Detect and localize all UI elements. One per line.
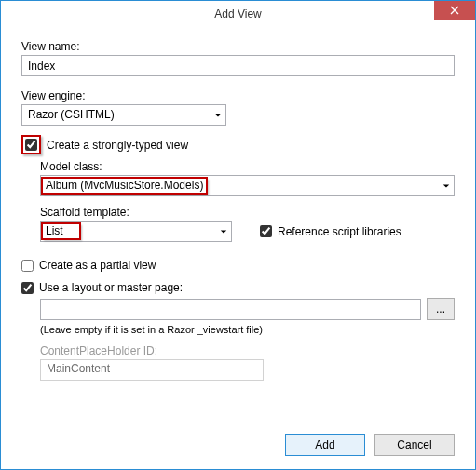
dialog-window: Add View View name: View engine: Razor (… <box>0 0 476 470</box>
reference-scripts-label: Reference script libraries <box>278 225 401 238</box>
reference-scripts-checkbox[interactable] <box>260 225 272 237</box>
view-engine-label: View engine: <box>21 89 455 102</box>
use-layout-checkbox[interactable] <box>21 282 34 294</box>
scaffold-template-select[interactable]: List <box>40 221 232 242</box>
view-engine-select[interactable]: Razor (CSHTML) <box>21 104 226 126</box>
cancel-button[interactable]: Cancel <box>374 434 455 456</box>
layout-hint: (Leave empty if it is set in a Razor _vi… <box>40 324 455 335</box>
scaffold-template-value: List <box>42 223 80 239</box>
view-name-label: View name: <box>21 40 455 53</box>
scaffold-template-label: Scaffold template: <box>40 206 455 219</box>
use-layout-label: Use a layout or master page: <box>39 281 183 294</box>
dialog-content: View name: View engine: Razor (CSHTML) C… <box>1 27 475 390</box>
partial-view-label: Create as a partial view <box>39 259 156 272</box>
model-class-value: Album (MvcMusicStore.Models) <box>42 178 207 194</box>
add-button[interactable]: Add <box>285 434 365 456</box>
window-title: Add View <box>214 7 261 20</box>
close-button[interactable] <box>434 1 475 20</box>
titlebar: Add View <box>1 1 475 27</box>
browse-layout-button[interactable]: ... <box>427 298 455 320</box>
create-strongly-typed-highlight <box>21 135 41 154</box>
button-bar: Add Cancel <box>285 434 455 456</box>
ellipsis-icon: ... <box>436 302 445 316</box>
model-class-select[interactable]: Album (MvcMusicStore.Models) <box>40 175 455 196</box>
close-icon <box>450 6 459 15</box>
create-strongly-typed-checkbox[interactable] <box>25 139 37 151</box>
contentplaceholder-input: MainContent <box>40 359 264 381</box>
model-class-label: Model class: <box>40 160 455 173</box>
view-name-input[interactable] <box>21 55 455 76</box>
contentplaceholder-label: ContentPlaceHolder ID: <box>40 344 455 357</box>
create-strongly-typed-label: Create a strongly-typed view <box>47 139 188 152</box>
layout-path-input[interactable] <box>40 299 421 320</box>
partial-view-checkbox[interactable] <box>21 260 34 272</box>
